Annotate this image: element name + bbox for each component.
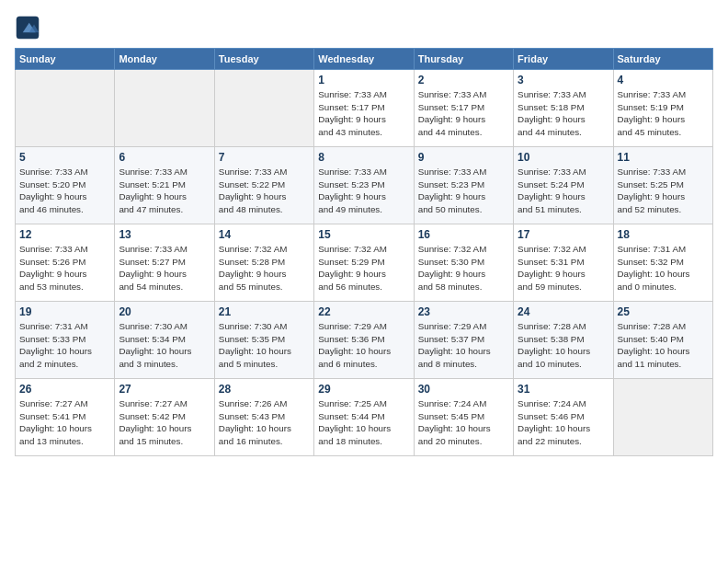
day-info: Sunrise: 7:33 AM Sunset: 5:20 PM Dayligh… xyxy=(19,166,110,216)
calendar-cell: 31Sunrise: 7:24 AM Sunset: 5:46 PM Dayli… xyxy=(514,379,613,456)
day-info: Sunrise: 7:33 AM Sunset: 5:17 PM Dayligh… xyxy=(418,88,509,139)
day-number: 29 xyxy=(318,383,409,396)
calendar-cell: 4Sunrise: 7:33 AM Sunset: 5:19 PM Daylig… xyxy=(613,70,712,147)
day-number: 30 xyxy=(418,383,509,396)
day-number: 9 xyxy=(418,151,509,164)
calendar-cell: 24Sunrise: 7:28 AM Sunset: 5:38 PM Dayli… xyxy=(514,302,613,379)
calendar-cell: 21Sunrise: 7:30 AM Sunset: 5:35 PM Dayli… xyxy=(214,302,313,379)
calendar-cell: 18Sunrise: 7:31 AM Sunset: 5:32 PM Dayli… xyxy=(613,224,712,302)
logo xyxy=(15,15,44,40)
weekday-header: Wednesday xyxy=(314,49,414,70)
day-number: 4 xyxy=(618,74,709,86)
day-info: Sunrise: 7:32 AM Sunset: 5:30 PM Dayligh… xyxy=(418,243,509,293)
calendar-cell: 5Sunrise: 7:33 AM Sunset: 5:20 PM Daylig… xyxy=(16,147,115,224)
calendar-cell: 30Sunrise: 7:24 AM Sunset: 5:45 PM Dayli… xyxy=(414,379,513,456)
calendar-cell: 3Sunrise: 7:33 AM Sunset: 5:18 PM Daylig… xyxy=(514,70,613,147)
day-number: 23 xyxy=(418,305,509,318)
day-number: 15 xyxy=(318,228,409,241)
day-number: 14 xyxy=(219,228,310,241)
day-info: Sunrise: 7:33 AM Sunset: 5:19 PM Dayligh… xyxy=(618,88,709,139)
calendar-cell xyxy=(115,70,214,147)
calendar-cell: 17Sunrise: 7:32 AM Sunset: 5:31 PM Dayli… xyxy=(514,224,613,302)
day-number: 28 xyxy=(219,383,310,396)
weekday-header: Sunday xyxy=(16,49,115,70)
calendar-cell: 23Sunrise: 7:29 AM Sunset: 5:37 PM Dayli… xyxy=(414,302,513,379)
day-info: Sunrise: 7:31 AM Sunset: 5:32 PM Dayligh… xyxy=(618,243,709,293)
weekday-header: Thursday xyxy=(414,49,513,70)
day-info: Sunrise: 7:27 AM Sunset: 5:42 PM Dayligh… xyxy=(119,397,210,448)
calendar-cell: 22Sunrise: 7:29 AM Sunset: 5:36 PM Dayli… xyxy=(314,302,414,379)
day-number: 3 xyxy=(518,74,609,86)
weekday-header: Saturday xyxy=(613,49,712,70)
day-info: Sunrise: 7:30 AM Sunset: 5:34 PM Dayligh… xyxy=(119,320,210,371)
day-number: 19 xyxy=(19,305,110,318)
day-info: Sunrise: 7:27 AM Sunset: 5:41 PM Dayligh… xyxy=(19,397,110,448)
calendar-cell: 2Sunrise: 7:33 AM Sunset: 5:17 PM Daylig… xyxy=(414,70,513,147)
calendar-cell: 11Sunrise: 7:33 AM Sunset: 5:25 PM Dayli… xyxy=(613,147,712,224)
calendar-cell: 19Sunrise: 7:31 AM Sunset: 5:33 PM Dayli… xyxy=(16,302,115,379)
day-info: Sunrise: 7:30 AM Sunset: 5:35 PM Dayligh… xyxy=(219,320,310,371)
calendar-cell: 9Sunrise: 7:33 AM Sunset: 5:23 PM Daylig… xyxy=(414,147,513,224)
calendar-cell: 12Sunrise: 7:33 AM Sunset: 5:26 PM Dayli… xyxy=(16,224,115,302)
day-number: 10 xyxy=(518,151,609,164)
day-number: 7 xyxy=(219,151,310,164)
logo-icon xyxy=(15,15,40,40)
day-info: Sunrise: 7:32 AM Sunset: 5:31 PM Dayligh… xyxy=(518,243,609,293)
day-number: 6 xyxy=(119,151,210,164)
calendar-week-row: 26Sunrise: 7:27 AM Sunset: 5:41 PM Dayli… xyxy=(16,379,713,456)
calendar-cell: 6Sunrise: 7:33 AM Sunset: 5:21 PM Daylig… xyxy=(115,147,214,224)
day-info: Sunrise: 7:33 AM Sunset: 5:23 PM Dayligh… xyxy=(318,166,409,216)
day-number: 16 xyxy=(418,228,509,241)
day-number: 22 xyxy=(318,305,409,318)
calendar-week-row: 1Sunrise: 7:33 AM Sunset: 5:17 PM Daylig… xyxy=(16,70,713,147)
day-number: 17 xyxy=(518,228,609,241)
day-number: 21 xyxy=(219,305,310,318)
weekday-header: Monday xyxy=(115,49,214,70)
page-header xyxy=(15,15,713,40)
day-number: 5 xyxy=(19,151,110,164)
day-info: Sunrise: 7:33 AM Sunset: 5:24 PM Dayligh… xyxy=(518,166,609,216)
day-number: 1 xyxy=(318,74,409,86)
calendar-cell: 29Sunrise: 7:25 AM Sunset: 5:44 PM Dayli… xyxy=(314,379,414,456)
calendar-cell: 1Sunrise: 7:33 AM Sunset: 5:17 PM Daylig… xyxy=(314,70,414,147)
day-number: 20 xyxy=(119,305,210,318)
calendar-cell: 20Sunrise: 7:30 AM Sunset: 5:34 PM Dayli… xyxy=(115,302,214,379)
day-info: Sunrise: 7:33 AM Sunset: 5:21 PM Dayligh… xyxy=(119,166,210,216)
calendar-week-row: 5Sunrise: 7:33 AM Sunset: 5:20 PM Daylig… xyxy=(16,147,713,224)
calendar-cell: 28Sunrise: 7:26 AM Sunset: 5:43 PM Dayli… xyxy=(214,379,313,456)
day-info: Sunrise: 7:29 AM Sunset: 5:37 PM Dayligh… xyxy=(418,320,509,371)
calendar-cell: 26Sunrise: 7:27 AM Sunset: 5:41 PM Dayli… xyxy=(16,379,115,456)
calendar-cell: 7Sunrise: 7:33 AM Sunset: 5:22 PM Daylig… xyxy=(214,147,313,224)
calendar-cell xyxy=(214,70,313,147)
day-info: Sunrise: 7:24 AM Sunset: 5:46 PM Dayligh… xyxy=(518,397,609,448)
calendar: SundayMondayTuesdayWednesdayThursdayFrid… xyxy=(15,48,713,456)
calendar-cell: 13Sunrise: 7:33 AM Sunset: 5:27 PM Dayli… xyxy=(115,224,214,302)
calendar-cell: 16Sunrise: 7:32 AM Sunset: 5:30 PM Dayli… xyxy=(414,224,513,302)
calendar-cell: 14Sunrise: 7:32 AM Sunset: 5:28 PM Dayli… xyxy=(214,224,313,302)
day-number: 31 xyxy=(518,383,609,396)
day-info: Sunrise: 7:33 AM Sunset: 5:18 PM Dayligh… xyxy=(518,88,609,139)
day-number: 26 xyxy=(19,383,110,396)
day-number: 18 xyxy=(618,228,709,241)
calendar-cell: 8Sunrise: 7:33 AM Sunset: 5:23 PM Daylig… xyxy=(314,147,414,224)
calendar-cell xyxy=(613,379,712,456)
weekday-header: Friday xyxy=(514,49,613,70)
day-info: Sunrise: 7:25 AM Sunset: 5:44 PM Dayligh… xyxy=(318,397,409,448)
day-info: Sunrise: 7:33 AM Sunset: 5:23 PM Dayligh… xyxy=(418,166,509,216)
day-info: Sunrise: 7:26 AM Sunset: 5:43 PM Dayligh… xyxy=(219,397,310,448)
day-info: Sunrise: 7:32 AM Sunset: 5:29 PM Dayligh… xyxy=(318,243,409,293)
day-info: Sunrise: 7:33 AM Sunset: 5:26 PM Dayligh… xyxy=(19,243,110,293)
calendar-cell: 27Sunrise: 7:27 AM Sunset: 5:42 PM Dayli… xyxy=(115,379,214,456)
day-info: Sunrise: 7:28 AM Sunset: 5:40 PM Dayligh… xyxy=(618,320,709,371)
calendar-week-row: 12Sunrise: 7:33 AM Sunset: 5:26 PM Dayli… xyxy=(16,224,713,302)
calendar-cell: 15Sunrise: 7:32 AM Sunset: 5:29 PM Dayli… xyxy=(314,224,414,302)
day-info: Sunrise: 7:31 AM Sunset: 5:33 PM Dayligh… xyxy=(19,320,110,371)
calendar-cell: 25Sunrise: 7:28 AM Sunset: 5:40 PM Dayli… xyxy=(613,302,712,379)
day-info: Sunrise: 7:24 AM Sunset: 5:45 PM Dayligh… xyxy=(418,397,509,448)
calendar-cell xyxy=(16,70,115,147)
day-info: Sunrise: 7:28 AM Sunset: 5:38 PM Dayligh… xyxy=(518,320,609,371)
day-number: 12 xyxy=(19,228,110,241)
day-info: Sunrise: 7:32 AM Sunset: 5:28 PM Dayligh… xyxy=(219,243,310,293)
day-number: 25 xyxy=(618,305,709,318)
day-number: 13 xyxy=(119,228,210,241)
